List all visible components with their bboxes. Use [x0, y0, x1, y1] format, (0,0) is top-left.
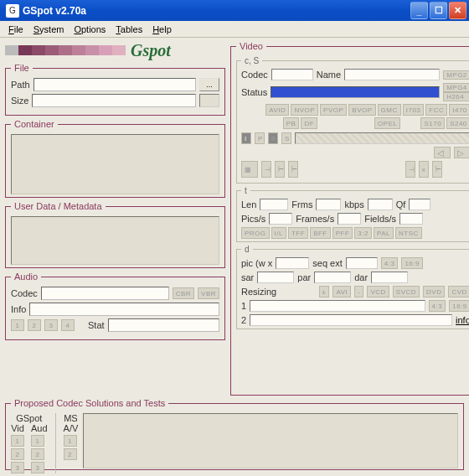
sar-label: sar — [241, 272, 254, 282]
video-group: Video c, S Codec Name MPG2 Status — [230, 41, 469, 396]
maximize-button[interactable]: ☐ — [430, 2, 447, 19]
metadata-group: User Data / Metadata — [5, 201, 225, 268]
tag-cvd: CVD — [448, 286, 469, 298]
resizing-label: Resizing — [241, 287, 276, 297]
path-input[interactable] — [34, 78, 196, 91]
file-group: File Path ... Size — [5, 63, 225, 116]
kbps-input[interactable] — [368, 199, 393, 210]
seqext-input[interactable] — [346, 257, 378, 269]
qf-input[interactable] — [409, 199, 430, 210]
tag-opel: OPEL — [374, 117, 400, 129]
audio-codec-input[interactable] — [41, 287, 169, 300]
gspot-label: GSpot — [11, 413, 48, 423]
tag-169a: 16:9 — [401, 257, 423, 269]
tag-prog: PROG — [241, 227, 270, 239]
tag-df: DF — [301, 117, 317, 129]
audio-stat-input[interactable] — [108, 318, 219, 332]
par-input[interactable] — [314, 272, 351, 283]
pics-input[interactable] — [269, 213, 292, 225]
aud-1[interactable]: 1 — [31, 435, 44, 447]
frames-input[interactable] — [338, 213, 361, 225]
tag-dash: - — [354, 286, 363, 298]
ipb-p: P — [255, 132, 265, 144]
cbr-tag: CBR — [173, 287, 194, 299]
menu-options[interactable]: Options — [70, 23, 109, 36]
size-label: Size — [11, 96, 28, 106]
d-group: d pic (w x seq ext 4:3 16:9 sar par — [236, 245, 469, 329]
video-status-bar — [271, 86, 440, 98]
tag-43b: 4:3 — [429, 300, 446, 312]
vid-2[interactable]: 2 — [11, 448, 24, 460]
par-label: par — [297, 272, 311, 282]
vid-1[interactable]: 1 — [11, 435, 24, 447]
nav-fwd-icon[interactable]: ▷ — [454, 147, 469, 158]
frms-input[interactable] — [316, 199, 341, 210]
tag-pvop: PVOP — [320, 104, 347, 116]
tag-nvop: NVOP — [291, 104, 318, 116]
tag-avi: AVI — [332, 286, 351, 298]
audio-ch-2[interactable]: 2 — [28, 319, 41, 331]
ipb-s: S — [281, 132, 291, 144]
audio-ch-3[interactable]: 3 — [44, 319, 58, 331]
nav-back-icon[interactable]: ◁ — [434, 147, 451, 158]
tag-ntsc: NTSC — [395, 227, 422, 239]
browse-button[interactable]: ... — [199, 78, 219, 91]
aud-2[interactable]: 2 — [31, 448, 44, 460]
ipb-b: B — [268, 132, 278, 144]
aud-3[interactable]: 3 — [31, 462, 44, 473]
size-unit-box — [199, 94, 219, 107]
audio-codec-label: Codec — [11, 288, 38, 298]
audio-stat-label: Stat — [88, 320, 105, 330]
tag-i470: I470 — [449, 104, 469, 116]
ruler-6: ⊢ — [432, 161, 442, 178]
tag-s170: S170 — [420, 117, 445, 129]
ms-1[interactable]: 1 — [64, 435, 77, 447]
close-button[interactable]: ✕ — [449, 2, 466, 19]
dar-input[interactable] — [371, 272, 408, 283]
audio-info-input[interactable] — [29, 303, 219, 316]
ruler-2: ⊢ — [275, 161, 285, 178]
len-input[interactable] — [260, 199, 288, 210]
audio-group: Audio Codec CBR VBR Info 1 2 3 4 — [5, 272, 225, 340]
resize-2-label: 2 — [241, 315, 246, 325]
metadata-area — [11, 216, 219, 265]
minimize-button[interactable]: _ — [410, 2, 428, 19]
audio-ch-1[interactable]: 1 — [11, 319, 24, 331]
fields-input[interactable] — [399, 213, 423, 225]
window-title: GSpot v2.70a — [23, 5, 410, 17]
menu-help[interactable]: Help — [149, 23, 175, 36]
audio-ch-4[interactable]: 4 — [61, 319, 75, 331]
size-input[interactable] — [32, 94, 196, 107]
video-name-label: Name — [317, 70, 341, 80]
tag-pal: PAL — [374, 227, 394, 239]
cs-group: c, S Codec Name MPG2 Status — [236, 56, 469, 184]
video-title: Video — [236, 41, 266, 51]
resize-1-input[interactable] — [250, 300, 425, 312]
file-group-title: File — [11, 63, 33, 73]
resize-2-input[interactable] — [250, 314, 452, 326]
info-link[interactable]: info — [456, 315, 469, 325]
vbr-tag: VBR — [198, 287, 219, 299]
pic-input[interactable] — [276, 257, 309, 269]
thumb-icon[interactable]: ▦ — [241, 161, 258, 178]
menu-bar: File System Options Tables Help — [0, 21, 469, 38]
sar-input[interactable] — [257, 272, 294, 283]
tag-plusminus[interactable]: ± — [319, 286, 330, 298]
video-status-label: Status — [241, 87, 267, 97]
menu-tables[interactable]: Tables — [112, 23, 146, 36]
t-title: t — [241, 186, 250, 195]
video-codec-input[interactable] — [271, 69, 313, 80]
tag-pb: PB — [283, 117, 300, 129]
vid-3[interactable]: 3 — [11, 462, 24, 473]
mpg4-tag: MPG4 — [443, 83, 469, 92]
tag-169b: 16:9 — [449, 300, 469, 312]
tag-bvop: BVOP — [348, 104, 375, 116]
ruler-1: ⊣ — [261, 161, 271, 178]
menu-file[interactable]: File — [5, 23, 27, 36]
menu-system[interactable]: System — [30, 23, 68, 36]
video-name-input[interactable] — [344, 69, 440, 80]
tag-s240: S240 — [446, 117, 469, 129]
ms-2[interactable]: 2 — [64, 448, 77, 460]
tag-svcd: SVCD — [393, 286, 420, 298]
ipb-i: I — [241, 132, 251, 144]
